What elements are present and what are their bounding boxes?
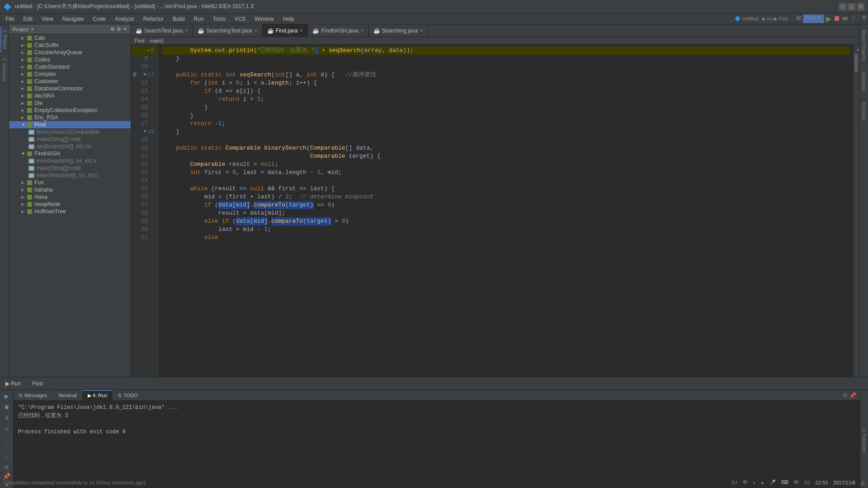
project-tab[interactable]: 1: Project bbox=[0, 26, 8, 52]
tree-item-seqsearch[interactable]: m seqSearch(int[], int):int bbox=[9, 143, 131, 150]
run-settings-icon[interactable]: ⚙ bbox=[843, 392, 848, 399]
bottom-tab-run[interactable]: ▶ Run bbox=[0, 377, 27, 390]
tree-item-searchhash[interactable]: m searchHash(int[], int, int):i bbox=[9, 172, 131, 179]
find-button[interactable]: Find ▼ bbox=[803, 14, 824, 23]
line-21-num: 21 bbox=[131, 152, 158, 160]
run-pin-icon[interactable]: 📌 bbox=[849, 392, 856, 399]
run-icon[interactable]: ▶ bbox=[2, 392, 11, 401]
menu-window[interactable]: Window bbox=[251, 15, 278, 23]
ime-icon[interactable]: 中 bbox=[794, 479, 799, 486]
menu-view[interactable]: View bbox=[38, 15, 57, 23]
code-line-28: result = data[mid]; bbox=[162, 209, 850, 217]
tree-item-calc[interactable]: ▶ C Calc bbox=[9, 34, 131, 42]
menu-run[interactable]: Run bbox=[190, 15, 208, 23]
minimize-button[interactable]: ─ bbox=[839, 3, 846, 10]
tree-item-inserthash[interactable]: m insertHash(int[], int, int):v bbox=[9, 157, 131, 164]
tab-find[interactable]: ☕ Find.java ✕ bbox=[263, 24, 308, 37]
menu-refactor[interactable]: Refactor bbox=[140, 15, 167, 23]
run-button[interactable]: ▶ bbox=[826, 14, 831, 23]
tree-item-fun[interactable]: ▶ C Fun bbox=[9, 179, 131, 186]
editor-scrollbar[interactable] bbox=[854, 45, 859, 377]
pause-icon[interactable]: ⏸ bbox=[2, 413, 11, 422]
messages-tab[interactable]: 0: Messages bbox=[14, 390, 52, 401]
code-line-9: } bbox=[162, 55, 850, 63]
tree-item-customer[interactable]: ▶ C Customer bbox=[9, 78, 131, 85]
tab-searchingtest-close[interactable]: ✕ bbox=[254, 28, 258, 33]
tree-item-hahaha[interactable]: ▶ C hahaha bbox=[9, 186, 131, 193]
tree-item-codestandard[interactable]: ▶ C CodeStandard bbox=[9, 63, 131, 70]
line-14-num: 14 bbox=[131, 95, 158, 103]
code-editor-container: ✔ 8 9 10 @ ▼ 11 12 13 14 15 16 17 ▼ 18 bbox=[131, 45, 859, 377]
terminal-tab[interactable]: Terminal bbox=[52, 390, 82, 401]
tree-item-binarysearch[interactable]: m binarySearch(Comparable bbox=[9, 128, 131, 136]
sync-icon[interactable]: ⚙ bbox=[110, 26, 115, 32]
step-button[interactable]: ⏭ bbox=[842, 14, 849, 23]
database-tab[interactable]: Database bbox=[860, 68, 867, 95]
tree-item-enc-rsa[interactable]: ▶ C Enc_RSA bbox=[9, 114, 131, 121]
menu-analyze[interactable]: Analyze bbox=[111, 15, 138, 23]
structure-tab-left[interactable]: 2: Structure bbox=[1, 54, 8, 85]
tree-item-find[interactable]: ▼ C Find bbox=[9, 121, 131, 128]
notification-icon[interactable]: △ bbox=[861, 479, 864, 485]
more-button[interactable]: ⋮ bbox=[850, 14, 857, 23]
code-content[interactable]: System.out.println("已经找到，位置为 " + seqSear… bbox=[158, 45, 854, 377]
breadcrumb-find[interactable]: Find bbox=[135, 38, 144, 43]
run-4-tab[interactable]: ▶ 4: Run bbox=[82, 390, 113, 401]
down-icon[interactable]: ↓ bbox=[2, 452, 11, 461]
up-icon[interactable]: ↑ bbox=[2, 441, 11, 450]
menu-edit[interactable]: Edit bbox=[19, 15, 36, 23]
tree-item-codes[interactable]: ▶ C Codes bbox=[9, 56, 131, 63]
breadcrumb-main[interactable]: main() bbox=[150, 38, 164, 43]
tab-searchtest-close[interactable]: ✕ bbox=[184, 28, 188, 33]
stop-icon[interactable]: ⏹ bbox=[2, 403, 11, 412]
menu-file[interactable]: File bbox=[2, 15, 18, 23]
tree-item-circulararrayqueue[interactable]: ▶ C CircularArrayQueue bbox=[9, 49, 131, 56]
project-header-icons[interactable]: ⚙ ⚙ ✕ bbox=[110, 26, 127, 32]
tree-item-main2[interactable]: m main(String[]):void bbox=[9, 164, 131, 172]
menu-vcs[interactable]: VCS bbox=[231, 15, 250, 23]
tree-item-huffmantree[interactable]: ▶ C HuffmanTree bbox=[9, 208, 131, 215]
ant-build-tab[interactable]: Ant Build bbox=[860, 99, 867, 124]
favorites-tab[interactable]: 2: Favorites bbox=[861, 425, 868, 456]
tab-searchingtest[interactable]: ☕ SearchingTest.java ✕ bbox=[193, 24, 262, 37]
close-panel-icon[interactable]: ✕ bbox=[123, 26, 127, 32]
tab-find-close[interactable]: ✕ bbox=[299, 28, 303, 33]
tree-item-heapnode[interactable]: ▶ C HeapNode bbox=[9, 201, 131, 208]
tree-item-complex[interactable]: ▶ C Complex bbox=[9, 70, 131, 78]
menu-build[interactable]: Build bbox=[169, 15, 189, 23]
menu-code[interactable]: Code bbox=[89, 15, 109, 23]
tab-findhash-close[interactable]: ✕ bbox=[360, 28, 364, 33]
menu-tools[interactable]: Tools bbox=[209, 15, 229, 23]
tab-findhash[interactable]: ☕ FindHASH.java ✕ bbox=[308, 24, 368, 37]
settings-icon[interactable]: ⚙ bbox=[117, 26, 121, 32]
grid-view-button[interactable]: ⊞ bbox=[862, 14, 866, 23]
tree-item-die[interactable]: ▶ C Die bbox=[9, 99, 131, 107]
code-line-10 bbox=[162, 63, 850, 71]
menu-help[interactable]: Help bbox=[279, 15, 298, 23]
title-bar-controls[interactable]: ─ □ ✕ bbox=[839, 3, 864, 10]
stop-button[interactable]: ⏹ bbox=[833, 14, 840, 23]
code-line-30: last = mid - 1; bbox=[162, 225, 850, 234]
todo-tab[interactable]: 6: TODO bbox=[113, 390, 143, 401]
bottom-find-label: Find bbox=[32, 380, 42, 387]
tree-item-findhash[interactable]: ▼ C FindHASH bbox=[9, 150, 131, 157]
tab-searching[interactable]: ☕ Searching.java ✕ bbox=[369, 24, 428, 37]
menu-navigate[interactable]: Navigate bbox=[59, 15, 87, 23]
chinese-icon[interactable]: 中 bbox=[743, 479, 748, 486]
project-title: Project bbox=[13, 27, 28, 32]
rerun-icon[interactable]: ↻ bbox=[2, 424, 11, 433]
tree-item-databaseconnector[interactable]: ▶ C DatabaseConnector bbox=[9, 85, 131, 92]
tree-item-calcsuffix[interactable]: ▶ C CalcSuffix bbox=[9, 42, 131, 49]
tree-item-decsra[interactable]: ▶ C decSRA bbox=[9, 92, 131, 99]
settings-bottom-icon[interactable]: ⚙ bbox=[2, 463, 11, 472]
tree-item-main[interactable]: m main(String[]):void bbox=[9, 136, 131, 143]
tree-item-emptycollectionexception[interactable]: ▶ C EmptyCollectionException bbox=[9, 107, 131, 114]
maven-projects-tab[interactable]: Maven Projects bbox=[860, 26, 867, 65]
bottom-tab-find[interactable]: Find bbox=[27, 377, 48, 390]
maximize-button[interactable]: □ bbox=[848, 3, 855, 10]
close-button[interactable]: ✕ bbox=[857, 3, 864, 10]
tab-searching-close[interactable]: ✕ bbox=[420, 28, 423, 33]
tab-searchtest[interactable]: ☕ SearchTest.java ✕ bbox=[131, 24, 193, 37]
tree-item-hana[interactable]: ▶ C Hana bbox=[9, 193, 131, 201]
title-bar-left: 🔷 untitled - [C:\Users\齐力择\IdeaProjects\… bbox=[4, 3, 254, 10]
